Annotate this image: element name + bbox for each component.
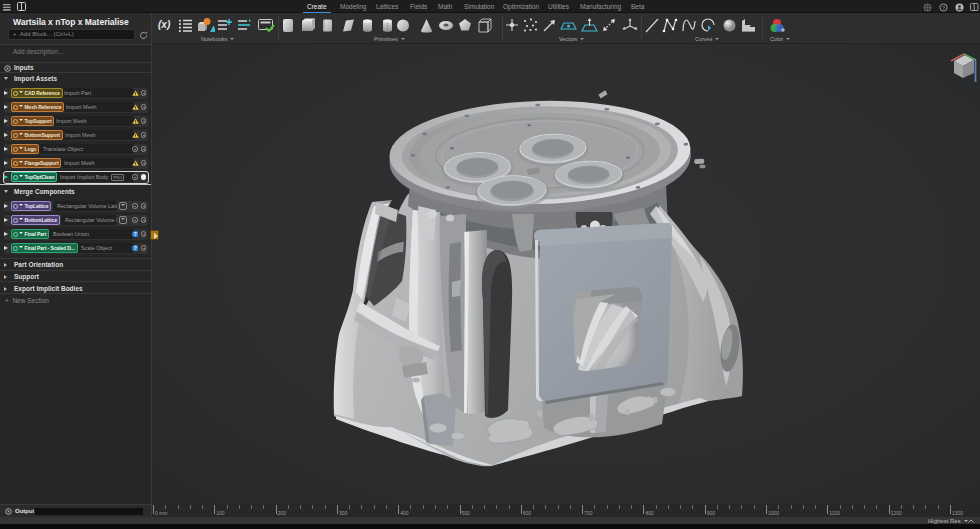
svg-text:?: ?: [133, 232, 136, 237]
svg-text:?: ?: [942, 5, 945, 11]
svg-text:?: ?: [133, 246, 136, 251]
